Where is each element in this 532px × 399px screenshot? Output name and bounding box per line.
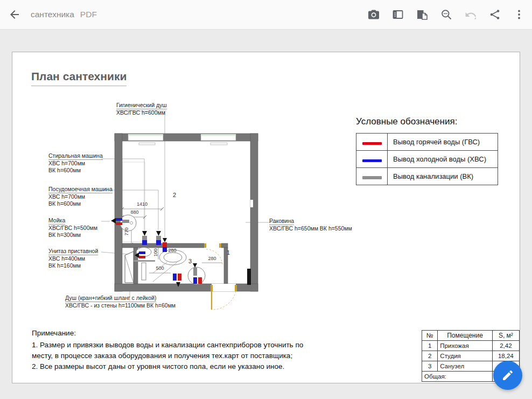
legend-heading: Условные обозначения: [356, 116, 457, 127]
undo-button[interactable] [460, 4, 481, 25]
toolbar: сантехника PDF [0, 0, 532, 30]
pencil-icon [501, 369, 514, 382]
dimension-280-a: 280 [162, 248, 183, 253]
dimension-500: 500 [149, 265, 171, 271]
room-number-2: 2 [173, 192, 176, 198]
document-title-label: сантехника [31, 10, 74, 19]
legend-row-sewer: Вывод канализации (ВК) [356, 168, 498, 185]
document-canvas[interactable]: План сантехники [0, 30, 532, 399]
notes-heading: Примечание: [32, 328, 310, 339]
hot-water-swatch [362, 142, 382, 145]
note-item: 1. Размер и привязки выводов воды и кана… [32, 340, 310, 361]
annotation-toilet: Унитаз приставной ХВС h=400мм ВК h=160мм [48, 248, 98, 269]
camera-icon [367, 8, 380, 21]
table-row: 2 Студия 18,24 [422, 351, 520, 361]
page-title: План сантехники [31, 70, 127, 86]
reading-mode-icon [391, 8, 404, 21]
annotation-shower: Душ (кран+гибкий шланг с лейкой) ХВС/ГВС… [65, 295, 176, 309]
dimension-880: 880 [118, 209, 151, 215]
undo-icon [464, 8, 477, 21]
room-number-3: 3 [188, 258, 192, 264]
legend-label: Вывод горячей воды (ГВС) [388, 134, 498, 151]
share-icon [488, 8, 501, 21]
overflow-menu-button[interactable] [508, 4, 530, 25]
dimension-1410: 1410 [126, 201, 158, 207]
cold-water-swatch [362, 159, 382, 162]
annotation-washing-machine: Стиральная машина ХВС h=700мм ВК h=600мм [48, 152, 103, 174]
pdf-page: План сантехники [12, 52, 520, 383]
legend-row-cold: Вывод холодной воды (ХВС) [356, 151, 498, 168]
note-item: 2. Все размеры высот даны от уровня чист… [32, 361, 310, 372]
annotation-basin: Раковина ХВС/ГВС h=650мм ВК h=550мм [269, 218, 352, 232]
page-view-icon [416, 8, 429, 21]
table-row: 1 Прихожая 2,42 [422, 341, 520, 351]
back-icon [8, 8, 21, 21]
reading-mode-button[interactable] [387, 4, 409, 25]
legend-label: Вывод холодной воды (ХВС) [388, 151, 498, 168]
notes-block: Примечание: 1. Размер и привязки выводов… [32, 328, 310, 372]
legend-table: Вывод горячей воды (ГВС) Вывод холодной … [356, 133, 498, 185]
search-button[interactable] [436, 4, 457, 25]
camera-button[interactable] [363, 4, 384, 25]
dimension-280-b: 280 [201, 256, 223, 261]
sewer-swatch [362, 176, 382, 179]
rooms-table-header: № Помещение S, м² [422, 331, 520, 341]
overflow-menu-icon [513, 8, 526, 21]
legend-row-hot: Вывод горячей воды (ГВС) [356, 134, 498, 151]
annotation-kitchen-sink: Мойка ХВС/ГВС h=500мм ВК h=300мм [48, 217, 97, 239]
annotation-dishwasher: Посудомоечная машина ХВС h=700мм ВК h=60… [48, 186, 113, 207]
edit-fab-button[interactable] [493, 361, 522, 390]
search-icon [440, 8, 453, 21]
page-view-button[interactable] [411, 4, 433, 25]
annotation-hygienic-shower: Гигиенический душ ХВС/ГВС h=600мм [116, 102, 167, 116]
document-type-label: PDF [80, 10, 97, 19]
share-button[interactable] [484, 4, 506, 25]
room-number-1: 1 [227, 249, 230, 256]
legend-label: Вывод канализации (ВК) [388, 168, 498, 185]
dimension-770: 770 [124, 220, 129, 243]
back-button[interactable] [4, 4, 25, 25]
dimension-100: 100 [153, 244, 158, 261]
